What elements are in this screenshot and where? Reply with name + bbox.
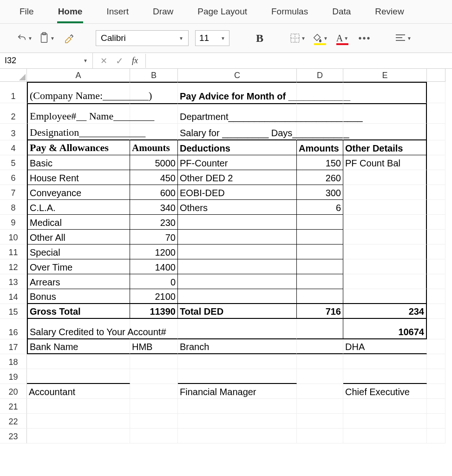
cell[interactable] (178, 429, 297, 443)
cell[interactable] (343, 414, 427, 429)
name-box[interactable]: I32 ▼ (0, 53, 93, 68)
col-header[interactable]: E (343, 69, 427, 82)
row-header[interactable]: 4 (0, 140, 27, 155)
cell[interactable]: Bonus (27, 289, 130, 304)
cell[interactable]: 1200 (130, 245, 178, 259)
cell[interactable] (343, 369, 427, 384)
cell[interactable] (427, 200, 445, 215)
cell[interactable] (427, 103, 445, 124)
cell[interactable]: Over Time (27, 259, 130, 274)
format-painter-button[interactable] (61, 30, 77, 46)
row-header[interactable]: 19 (0, 369, 27, 384)
row-header[interactable]: 6 (0, 170, 27, 185)
cell[interactable]: Financial Manager (178, 384, 297, 399)
row-header[interactable]: 21 (0, 399, 27, 414)
cell[interactable]: 450 (130, 170, 178, 185)
cell[interactable] (297, 429, 343, 443)
cell[interactable] (343, 170, 427, 185)
cell[interactable]: Accountant (27, 384, 130, 399)
cell[interactable]: Other DED 2 (178, 170, 297, 185)
cell[interactable] (343, 274, 427, 289)
cell[interactable] (130, 319, 178, 339)
cell[interactable] (427, 230, 445, 245)
cell[interactable] (130, 384, 178, 399)
cell[interactable] (343, 259, 427, 274)
cell[interactable] (297, 259, 343, 274)
cell[interactable]: EOBI-DED (178, 185, 297, 200)
row-header[interactable]: 5 (0, 155, 27, 170)
cell[interactable]: Special (27, 245, 130, 259)
cell[interactable] (427, 339, 445, 354)
col-header[interactable]: C (178, 69, 297, 82)
cell[interactable] (427, 215, 445, 230)
tab-draw[interactable]: Draw (152, 4, 174, 23)
cell[interactable] (427, 245, 445, 259)
cell[interactable] (297, 384, 343, 399)
fill-color-button[interactable]: ▼ (312, 30, 328, 46)
row-header[interactable]: 8 (0, 200, 27, 215)
cell[interactable]: 70 (130, 230, 178, 245)
cell[interactable] (178, 259, 297, 274)
cell[interactable] (130, 429, 178, 443)
cell[interactable] (427, 369, 445, 384)
cell[interactable] (130, 103, 178, 124)
cell[interactable]: House Rent (27, 170, 130, 185)
tab-page-layout[interactable]: Page Layout (197, 4, 248, 23)
cell[interactable] (297, 82, 343, 103)
row-header[interactable]: 15 (0, 304, 27, 319)
cell[interactable] (427, 259, 445, 274)
cell[interactable]: 0 (130, 274, 178, 289)
cell[interactable]: Other Details (343, 140, 427, 155)
cell[interactable] (27, 354, 130, 369)
cell[interactable] (427, 354, 445, 369)
row-header[interactable]: 22 (0, 414, 27, 429)
row-header[interactable]: 18 (0, 354, 27, 369)
tab-home[interactable]: Home (57, 4, 84, 23)
row-header[interactable]: 13 (0, 274, 27, 289)
cell[interactable]: 600 (130, 185, 178, 200)
tab-data[interactable]: Data (331, 4, 352, 23)
cancel-icon[interactable]: ✕ (100, 56, 107, 66)
formula-input[interactable] (145, 54, 452, 68)
cell[interactable] (297, 319, 343, 339)
cell[interactable] (178, 289, 297, 304)
cell[interactable]: Department__________________________ (178, 103, 297, 124)
row-header[interactable]: 1 (0, 82, 27, 103)
cell[interactable] (178, 245, 297, 259)
cell[interactable] (297, 289, 343, 304)
cell[interactable]: Salary Credited to Your Account# (27, 319, 130, 339)
fx-icon[interactable]: fx (132, 56, 138, 66)
cell[interactable] (178, 354, 297, 369)
cell[interactable]: Total DED (178, 304, 297, 319)
row-header[interactable]: 23 (0, 429, 27, 443)
row-header[interactable]: 10 (0, 230, 27, 245)
cell[interactable]: Chief Executive (343, 384, 427, 399)
cell[interactable] (427, 82, 445, 103)
font-size-select[interactable]: 11 ▼ (195, 30, 229, 46)
cell[interactable] (343, 185, 427, 200)
select-all-corner[interactable] (0, 69, 27, 82)
row-header[interactable]: 2 (0, 103, 27, 124)
row-header[interactable]: 17 (0, 339, 27, 354)
cell[interactable]: Employee#__ Name________ (27, 103, 130, 124)
cell[interactable] (297, 414, 343, 429)
cell[interactable] (343, 200, 427, 215)
cell[interactable] (427, 414, 445, 429)
undo-button[interactable]: ▼ (17, 30, 33, 46)
cell[interactable] (130, 354, 178, 369)
confirm-icon[interactable]: ✓ (116, 55, 124, 66)
cell[interactable]: Medical (27, 215, 130, 230)
cell[interactable]: Arrears (27, 274, 130, 289)
cell[interactable]: PF-Counter (178, 155, 297, 170)
cell[interactable] (297, 369, 343, 384)
cell[interactable]: 230 (130, 215, 178, 230)
cell[interactable] (343, 230, 427, 245)
cell[interactable] (297, 230, 343, 245)
cell[interactable] (297, 339, 343, 354)
cell[interactable]: Others (178, 200, 297, 215)
cell[interactable]: Amounts (297, 140, 343, 155)
cell[interactable] (178, 399, 297, 414)
tab-review[interactable]: Review (374, 4, 405, 23)
cell[interactable] (297, 245, 343, 259)
cell[interactable] (130, 399, 178, 414)
